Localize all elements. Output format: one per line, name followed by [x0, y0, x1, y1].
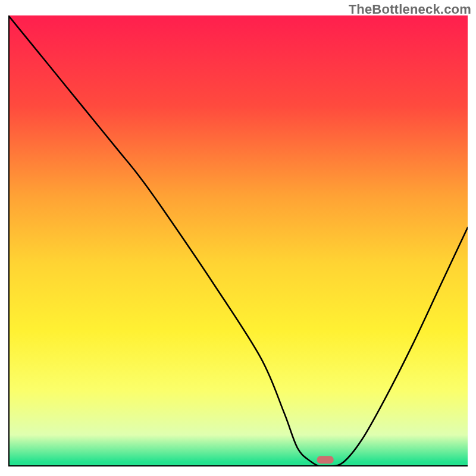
optimum-marker	[317, 456, 334, 464]
chart-frame: TheBottleneck.com	[0, 0, 476, 476]
bottleneck-chart	[8, 15, 468, 466]
gradient-background	[8, 15, 468, 466]
plot-area	[8, 15, 468, 466]
